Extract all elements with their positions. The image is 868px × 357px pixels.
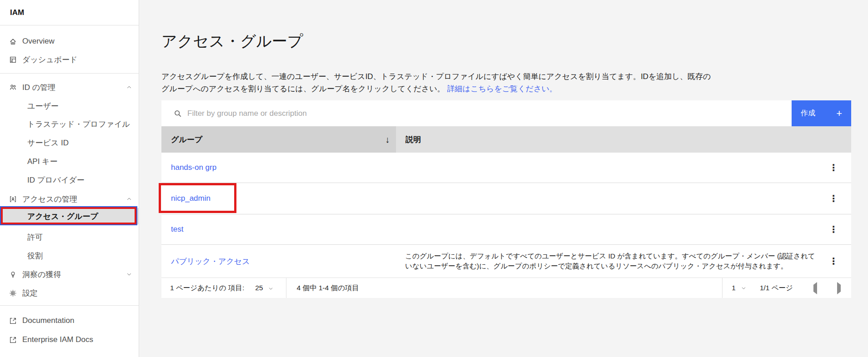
table-row: hands-on grp ⋮ [161, 153, 851, 183]
group-link[interactable]: nicp_admin [171, 194, 211, 203]
create-button[interactable]: 作成 + [792, 100, 851, 126]
page-status-text: 1/1 ページ [760, 283, 793, 293]
user-badge-icon [9, 195, 17, 203]
overflow-menu-icon[interactable]: ⋮ [828, 191, 839, 206]
sidebar-item-label: ダッシュボード [22, 55, 77, 65]
sidebar-link-documentation[interactable]: Documentation [0, 312, 139, 330]
items-per-page-label: 1 ページあたりの 項目: [170, 283, 244, 293]
previous-page-button[interactable] [808, 281, 822, 295]
divider [722, 278, 722, 298]
create-button-label: 作成 [801, 109, 815, 118]
launch-icon [9, 336, 17, 344]
page-description-line1: アクセスグループを作成して、一連のユーザー、サービスID、トラステッド・プロファ… [161, 72, 711, 81]
sidebar-section-label: アクセスの管理 [22, 194, 77, 204]
group-link[interactable]: hands-on grp [171, 163, 216, 172]
overflow-menu-icon[interactable]: ⋮ [828, 222, 839, 237]
divider [0, 25, 139, 25]
sidebar: IAM Overview ダッシュボード ID の管理 ユーザー トラステッド・… [0, 0, 139, 357]
pagination-bar: 1 ページあたりの 項目: 25 4 個中 1-4 個の項目 1 1/1 ページ [161, 278, 851, 298]
sidebar-link-label: Documentation [22, 316, 74, 325]
group-link[interactable]: パブリック・アクセス [171, 256, 250, 267]
search-input[interactable] [161, 100, 792, 126]
learn-more-link[interactable]: 詳細はこちらをご覧ください。 [447, 84, 557, 93]
sidebar-link-enterprise-iam-docs[interactable]: Enterprise IAM Docs [0, 331, 139, 349]
sidebar-section-insights[interactable]: 洞察の獲得 [0, 265, 139, 283]
chevron-down-icon [741, 286, 746, 291]
chevron-up-icon [126, 84, 132, 90]
chevron-down-icon [268, 286, 273, 291]
sidebar-title: IAM [10, 8, 24, 17]
sidebar-item-label: 設定 [22, 288, 38, 298]
sidebar-item-api-keys[interactable]: API キー [0, 152, 139, 170]
items-per-page-select[interactable]: 25 [255, 284, 273, 292]
sidebar-item-trusted-profiles[interactable]: トラステッド・プロファイル [0, 115, 139, 133]
sidebar-item-access-groups[interactable]: アクセス・グループ [0, 208, 139, 224]
sidebar-item-authorizations[interactable]: 許可 [0, 228, 139, 246]
divider [286, 278, 286, 298]
table-row: パブリック・アクセス このグループには、デフォルトですべてのユーザーとサービス … [161, 245, 851, 278]
chevron-up-icon [126, 196, 132, 202]
plus-icon: + [836, 108, 842, 119]
sidebar-item-settings[interactable]: 設定 [0, 284, 139, 302]
search-bar [161, 100, 792, 126]
sidebar-item-id-providers[interactable]: ID プロバイダー [0, 171, 139, 189]
overflow-menu-icon[interactable]: ⋮ [828, 160, 839, 175]
divider [0, 73, 139, 74]
table-row: test ⋮ [161, 214, 851, 245]
sidebar-item-dashboard[interactable]: ダッシュボード [0, 50, 139, 69]
sidebar-item-label: Overview [22, 37, 55, 46]
sidebar-section-id-management[interactable]: ID の管理 [0, 78, 139, 96]
dashboard-icon [9, 56, 17, 64]
sidebar-item-users[interactable]: ユーザー [0, 97, 139, 115]
users-icon [9, 84, 17, 91]
next-page-button[interactable] [832, 281, 846, 295]
table-header: グループ ↓ 説明 [161, 126, 851, 153]
launch-icon [9, 317, 17, 325]
page-description: アクセスグループを作成して、一連のユーザー、サービスID、トラステッド・プロファ… [161, 70, 711, 95]
page-description-line2: グループへのアクセスを割り当てるには、グループ名をクリックしてください。 [161, 84, 445, 93]
column-header-description[interactable]: 説明 [396, 126, 851, 153]
page-number-select[interactable]: 1 [732, 284, 746, 292]
chevron-down-icon [126, 272, 132, 277]
overflow-menu-icon[interactable]: ⋮ [828, 253, 839, 269]
caret-right-icon [837, 282, 841, 294]
divider [0, 305, 139, 306]
lightbulb-icon [9, 271, 17, 278]
page-title: アクセス・グループ [161, 31, 303, 52]
sidebar-item-overview[interactable]: Overview [0, 32, 139, 50]
search-icon [174, 109, 182, 118]
sort-descending-icon[interactable]: ↓ [385, 134, 390, 145]
sidebar-section-label: 洞察の獲得 [22, 269, 61, 280]
sidebar-section-access-management[interactable]: アクセスの管理 [0, 190, 139, 208]
table-row: nicp_admin ⋮ [161, 183, 851, 214]
sidebar-item-roles[interactable]: 役割 [0, 247, 139, 265]
group-description: このグループには、デフォルトですべてのユーザーとサービス ID が含まれています… [405, 251, 819, 271]
gear-icon [9, 289, 17, 297]
home-icon [9, 38, 17, 45]
sidebar-link-label: Enterprise IAM Docs [22, 335, 93, 344]
column-header-group[interactable]: グループ ↓ [161, 126, 396, 153]
caret-left-icon [813, 282, 817, 294]
sidebar-section-label: ID の管理 [22, 82, 55, 93]
table-body: hands-on grp ⋮ nicp_admin ⋮ test ⋮ パブリック… [161, 153, 851, 278]
items-range-text: 4 個中 1-4 個の項目 [296, 283, 359, 293]
sidebar-item-service-ids[interactable]: サービス ID [0, 134, 139, 152]
group-link[interactable]: test [171, 225, 183, 234]
